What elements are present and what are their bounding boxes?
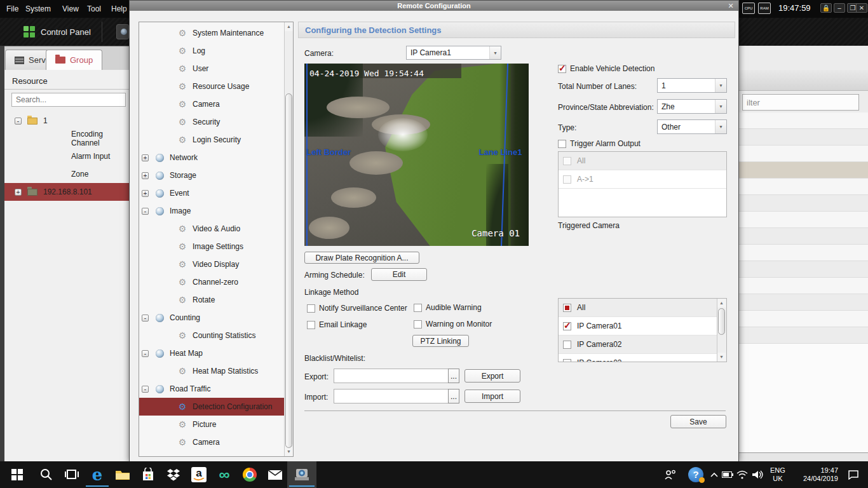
checkbox-icon[interactable] (307, 321, 315, 329)
dialog-tree-item[interactable]: Resource Usage (139, 78, 285, 95)
dialog-tree-item[interactable]: Image (139, 202, 285, 220)
menu-view[interactable]: View (62, 4, 79, 13)
dialog-tree-item[interactable]: Video Display (139, 255, 285, 273)
checkbox-icon[interactable] (563, 304, 571, 312)
triggered-camera-item[interactable]: IP Camera03 (559, 354, 718, 362)
resource-search-input[interactable] (11, 93, 126, 107)
ram-monitor-icon[interactable]: RAM (758, 3, 771, 14)
scroll-down-icon[interactable] (717, 353, 726, 362)
action-center-icon[interactable] (843, 461, 864, 488)
task-view-icon[interactable] (58, 461, 85, 488)
resource-tree-item[interactable]: Alarm Input (4, 147, 129, 165)
dialog-tree-item[interactable]: Video & Audio (139, 220, 285, 238)
dialog-tree-item[interactable]: Picture (139, 416, 285, 433)
checkbox-icon[interactable] (563, 322, 571, 330)
close-button[interactable]: ✕ (856, 3, 867, 13)
dialog-tree-item[interactable]: Log (139, 42, 285, 60)
expander-icon[interactable] (142, 208, 149, 215)
expander-icon[interactable] (15, 118, 22, 125)
dropbox-icon[interactable] (160, 461, 187, 488)
triggered-camera-item[interactable]: IP Camera01 (559, 317, 718, 336)
cpu-monitor-icon[interactable]: CPU (742, 3, 755, 14)
scroll-up-icon[interactable] (285, 22, 293, 31)
enable-vehicle-detection-checkbox[interactable]: Enable Vehicle Detection (558, 64, 654, 73)
expander-icon[interactable] (142, 350, 149, 357)
export-browse-button[interactable]: ... (448, 369, 459, 383)
menu-help[interactable]: Help (111, 4, 127, 13)
amazon-icon[interactable]: a (186, 461, 212, 488)
expander-icon[interactable] (142, 154, 149, 161)
checkbox-icon[interactable] (414, 304, 422, 312)
checkbox-icon[interactable] (563, 341, 571, 349)
taskbar-clock[interactable]: 19:47 24/04/2019 (790, 466, 838, 483)
dialog-tree-item[interactable]: Counting Statistics (139, 327, 285, 344)
tree-scrollbar[interactable] (284, 22, 293, 456)
dialog-tree-item[interactable]: System Maintenance (139, 24, 285, 42)
linkage-monitor-checkbox[interactable]: Warning on Monitor (414, 320, 492, 329)
resource-tree-item[interactable]: Zone (4, 165, 129, 183)
dialog-close-icon[interactable] (726, 1, 735, 10)
checkbox-icon[interactable] (558, 140, 566, 148)
menu-tool[interactable]: Tool (87, 4, 101, 13)
expander-icon[interactable] (15, 189, 22, 196)
alarm-output-item[interactable]: All (559, 152, 726, 170)
dialog-tree-item[interactable]: Network (139, 149, 285, 166)
chrome-icon[interactable] (236, 461, 263, 488)
chevron-down-icon[interactable] (715, 79, 726, 92)
language-indicator[interactable]: ENG UK (770, 466, 785, 483)
edit-button[interactable]: Edit (371, 268, 427, 281)
minimize-button[interactable]: – (834, 3, 845, 13)
tab-group[interactable]: Group (46, 50, 102, 70)
scroll-down-icon[interactable] (285, 447, 293, 456)
loop-icon[interactable]: ∞ (211, 461, 238, 488)
lanes-select[interactable]: 1 (657, 78, 727, 93)
dialog-tree-item[interactable]: Channel-zero (139, 273, 285, 291)
triggered-camera-item[interactable]: IP Camera02 (559, 336, 718, 354)
camera-list-scrollbar[interactable] (717, 299, 726, 362)
checkbox-icon[interactable] (563, 359, 571, 363)
menu-system[interactable]: System (25, 4, 51, 13)
checkbox-icon[interactable] (414, 320, 422, 329)
dialog-tree-item[interactable]: Camera (139, 433, 285, 451)
ptz-linking-button[interactable]: PTZ Linking (412, 335, 469, 347)
checkbox-icon[interactable] (563, 175, 571, 184)
export-path-input[interactable] (334, 369, 449, 383)
dialog-tree-item[interactable]: Image Settings (139, 238, 285, 255)
search-icon[interactable] (33, 461, 60, 488)
dialog-tree-item[interactable]: Login Security (139, 131, 285, 149)
start-button[interactable] (4, 461, 31, 488)
import-path-input[interactable] (334, 389, 449, 403)
dialog-tree-item[interactable]: Heat Map (139, 344, 285, 362)
dialog-tree-item[interactable]: Counting (139, 309, 285, 327)
people-icon[interactable] (661, 461, 680, 488)
resource-tree-item[interactable]: Encoding Channel (4, 130, 129, 147)
dialog-tree-item[interactable]: Detection Configuration (139, 398, 285, 416)
import-browse-button[interactable]: ... (448, 389, 459, 403)
resource-tree-item[interactable]: 192.168.8.101 (4, 183, 129, 201)
dialog-tree-item[interactable]: Heat Map Statistics (139, 362, 285, 380)
scrollbar-thumb[interactable] (285, 93, 292, 448)
video-preview[interactable]: 04-24-2019 Wed 19:54:44 Left Border Lane… (304, 64, 529, 246)
save-button[interactable]: Save (670, 415, 726, 428)
scroll-up-icon[interactable] (717, 299, 726, 308)
dialog-tree-item[interactable]: Storage (139, 166, 285, 184)
store-icon[interactable] (135, 461, 161, 488)
expander-icon[interactable] (142, 190, 149, 197)
dialog-tree-item[interactable]: Rotate (139, 291, 285, 309)
linkage-audible-checkbox[interactable]: Audible Warning (414, 303, 482, 312)
expander-icon[interactable] (142, 172, 149, 179)
resource-tree-item[interactable]: 1 (4, 112, 129, 130)
chevron-down-icon[interactable] (715, 120, 726, 133)
filter-input[interactable] (742, 94, 859, 111)
import-button[interactable]: Import (465, 390, 520, 403)
dialog-tree-item[interactable]: Road Traffic (139, 380, 285, 398)
trigger-alarm-output-checkbox[interactable]: Trigger Alarm Output (558, 139, 641, 148)
expander-icon[interactable] (142, 315, 149, 322)
triggered-camera-item[interactable]: All (559, 299, 718, 317)
scrollbar-thumb[interactable] (718, 308, 725, 335)
ivms-app-icon[interactable] (287, 461, 316, 488)
province-select[interactable]: Zhe (657, 99, 727, 114)
checkbox-icon[interactable] (558, 65, 566, 73)
alarm-output-item[interactable]: A->1 (559, 170, 726, 189)
main-view-icon[interactable] (116, 24, 129, 39)
